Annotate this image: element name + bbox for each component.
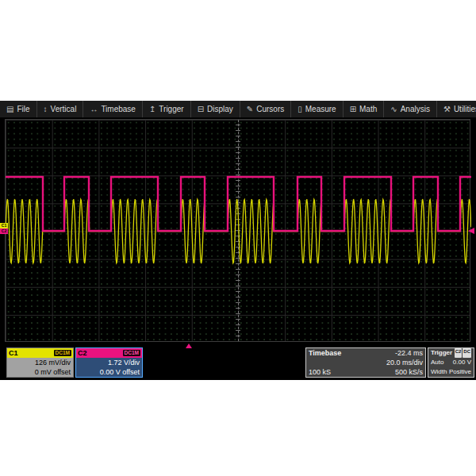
menu-item-label: Timebase (101, 105, 136, 113)
trigger-descriptor[interactable]: Trigger C2 DC Auto 0.00 V Width Positive (428, 347, 474, 378)
timebase-rate: 500 kS/s (395, 367, 423, 377)
analysis-chart-icon: ∿ (390, 106, 397, 113)
menu-item-label: File (17, 105, 29, 113)
display-icon: ⊟ (198, 106, 204, 113)
timebase-delay: -22.4 ms (395, 348, 423, 358)
trigger-mode: Auto (431, 358, 443, 367)
menu-item-cursors[interactable]: ✎ Cursors (240, 101, 291, 117)
c2-zero-marker[interactable]: C2 (0, 228, 8, 234)
trigger-arrow-icon: ↥ (149, 106, 155, 113)
c2-offset: 0.00 V offset (79, 367, 140, 377)
horizontal-arrows-icon: ↔ (90, 106, 98, 113)
trigger-type: Width (431, 367, 447, 377)
c1-scale: 126 mV/div (10, 358, 71, 367)
trigger-label: Trigger (431, 348, 452, 358)
menu-item-file[interactable]: ▤ File (0, 101, 37, 117)
c1-offset: 0 mV offset (10, 367, 71, 377)
trigger-coupling-badge: DC (463, 348, 471, 358)
c2-descriptor[interactable]: C2 DC1M 1.72 V/div 0.00 V offset (75, 347, 143, 378)
trigger-source-badge: C2 (455, 348, 463, 358)
menu-bar: ▤ File ↕ Vertical ↔ Timebase ↥ Trigger ⊟… (0, 101, 476, 117)
menu-item-display[interactable]: ⊟ Display (191, 101, 240, 117)
waveform-svg (6, 120, 471, 343)
timebase-scale: 20.0 ms/div (386, 358, 423, 367)
menu-item-label: Utilities (454, 105, 476, 113)
c2-coupling-badge: DC1M (123, 350, 140, 356)
timebase-samples: 100 kS (309, 367, 331, 377)
menu-item-label: Vertical (51, 105, 77, 113)
trigger-level: 0.00 V (453, 358, 471, 367)
trigger-level-marker[interactable] (468, 228, 474, 234)
oscilloscope-app: ▤ File ↕ Vertical ↔ Timebase ↥ Trigger ⊟… (0, 101, 476, 380)
trigger-delay-marker[interactable] (186, 344, 192, 348)
menu-item-label: Analysis (401, 105, 430, 113)
file-icon: ▤ (6, 106, 13, 113)
c1-label: C1 (9, 349, 18, 357)
c2-scale: 1.72 V/div (79, 358, 140, 367)
menu-item-math[interactable]: ⊞ Math (344, 101, 385, 117)
menu-item-utilities[interactable]: ⚒ Utilities (437, 101, 476, 117)
waveform-grid (5, 119, 470, 342)
menu-item-timebase[interactable]: ↔ Timebase (83, 101, 143, 117)
c1-coupling-badge: DC1M (54, 350, 71, 356)
menu-item-trigger[interactable]: ↥ Trigger (143, 101, 191, 117)
menu-item-label: Cursors (256, 105, 284, 113)
tools-icon: ⚒ (443, 106, 451, 113)
menu-item-label: Trigger (159, 105, 183, 113)
trigger-slope: Positive (449, 367, 471, 377)
menu-item-label: Display (207, 105, 233, 113)
c2-label: C2 (78, 349, 87, 357)
c1-zero-marker[interactable]: C1 (0, 223, 8, 228)
c1-descriptor[interactable]: C1 DC1M 126 mV/div 0 mV offset (6, 347, 74, 378)
menu-item-analysis[interactable]: ∿ Analysis (384, 101, 437, 117)
calculator-icon: ⊞ (350, 106, 356, 113)
vertical-arrows-icon: ↕ (44, 106, 48, 113)
menu-item-vertical[interactable]: ↕ Vertical (37, 101, 84, 117)
timebase-label: Timebase (309, 348, 341, 358)
timebase-descriptor[interactable]: Timebase -22.4 ms 20.0 ms/div 100 kS 500… (305, 347, 426, 378)
cursor-pen-icon: ✎ (247, 106, 253, 113)
menu-item-measure[interactable]: ▯ Measure (291, 101, 343, 117)
menu-item-label: Math (359, 105, 377, 113)
ruler-icon: ▯ (298, 106, 302, 113)
menu-item-label: Measure (305, 105, 336, 113)
